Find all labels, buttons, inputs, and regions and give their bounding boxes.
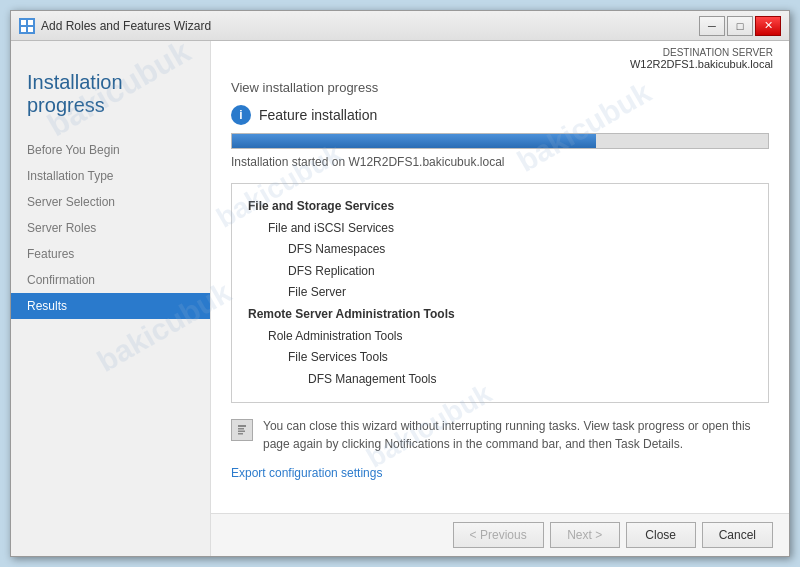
feature-list-item: File and Storage Services bbox=[248, 196, 752, 218]
feature-list-item: DFS Namespaces bbox=[248, 239, 752, 261]
feature-list-item: DFS Replication bbox=[248, 261, 752, 283]
svg-rect-1 bbox=[28, 20, 33, 25]
cancel-button[interactable]: Cancel bbox=[702, 522, 773, 548]
destination-server-label: DESTINATION SERVER bbox=[227, 47, 773, 58]
title-bar-left: Add Roles and Features Wizard bbox=[19, 18, 211, 34]
progress-bar-fill bbox=[232, 134, 596, 148]
sidebar: Installation progress Before You BeginIn… bbox=[11, 41, 211, 556]
notice-icon bbox=[231, 419, 253, 441]
feature-list-item: Remote Server Administration Tools bbox=[248, 304, 752, 326]
notice-text: You can close this wizard without interr… bbox=[263, 417, 769, 453]
feature-list-item: File and iSCSI Services bbox=[248, 218, 752, 240]
feature-install-label: Feature installation bbox=[259, 107, 377, 123]
minimize-button[interactable]: ─ bbox=[699, 16, 725, 36]
sidebar-item-installation-type[interactable]: Installation Type bbox=[11, 163, 210, 189]
sidebar-item-features[interactable]: Features bbox=[11, 241, 210, 267]
svg-rect-2 bbox=[21, 27, 26, 32]
window-title: Add Roles and Features Wizard bbox=[41, 19, 211, 33]
destination-server-info: DESTINATION SERVER W12R2DFS1.bakicubuk.l… bbox=[211, 41, 789, 70]
info-icon: i bbox=[231, 105, 251, 125]
feature-list-item: File Server bbox=[248, 282, 752, 304]
sidebar-item-server-roles[interactable]: Server Roles bbox=[11, 215, 210, 241]
app-icon bbox=[19, 18, 35, 34]
features-list-box: File and Storage ServicesFile and iSCSI … bbox=[231, 183, 769, 403]
window-body: Installation progress Before You BeginIn… bbox=[11, 41, 789, 556]
feature-install-header: i Feature installation bbox=[231, 105, 769, 125]
svg-rect-5 bbox=[238, 428, 244, 430]
install-started-text: Installation started on W12R2DFS1.bakicu… bbox=[231, 155, 769, 169]
feature-list-item: Role Administration Tools bbox=[248, 326, 752, 348]
main-content: DESTINATION SERVER W12R2DFS1.bakicubuk.l… bbox=[211, 41, 789, 556]
restore-button[interactable]: □ bbox=[727, 16, 753, 36]
sidebar-item-before-you-begin[interactable]: Before You Begin bbox=[11, 137, 210, 163]
next-button[interactable]: Next > bbox=[550, 522, 620, 548]
destination-server-name: W12R2DFS1.bakicubuk.local bbox=[227, 58, 773, 70]
page-title: Installation progress bbox=[11, 61, 210, 137]
title-bar: Add Roles and Features Wizard ─ □ ✕ bbox=[11, 11, 789, 41]
window-close-button[interactable]: ✕ bbox=[755, 16, 781, 36]
svg-rect-6 bbox=[238, 431, 245, 433]
sidebar-item-server-selection[interactable]: Server Selection bbox=[11, 189, 210, 215]
footer: < Previous Next > Close Cancel bbox=[211, 513, 789, 556]
close-button[interactable]: Close bbox=[626, 522, 696, 548]
previous-button[interactable]: < Previous bbox=[453, 522, 544, 548]
feature-list-item: File Services Tools bbox=[248, 347, 752, 369]
content-area: View installation progress i Feature ins… bbox=[211, 70, 789, 513]
sidebar-item-confirmation[interactable]: Confirmation bbox=[11, 267, 210, 293]
svg-rect-0 bbox=[21, 20, 26, 25]
export-config-link[interactable]: Export configuration settings bbox=[231, 466, 382, 480]
svg-rect-7 bbox=[238, 433, 243, 435]
notice-box: You can close this wizard without interr… bbox=[231, 417, 769, 453]
svg-rect-3 bbox=[28, 27, 33, 32]
progress-bar-container bbox=[231, 133, 769, 149]
sidebar-item-results[interactable]: Results bbox=[11, 293, 210, 319]
feature-list-item: DFS Management Tools bbox=[248, 369, 752, 391]
svg-rect-4 bbox=[238, 425, 246, 427]
window-controls: ─ □ ✕ bbox=[699, 16, 781, 36]
view-title: View installation progress bbox=[231, 80, 769, 95]
